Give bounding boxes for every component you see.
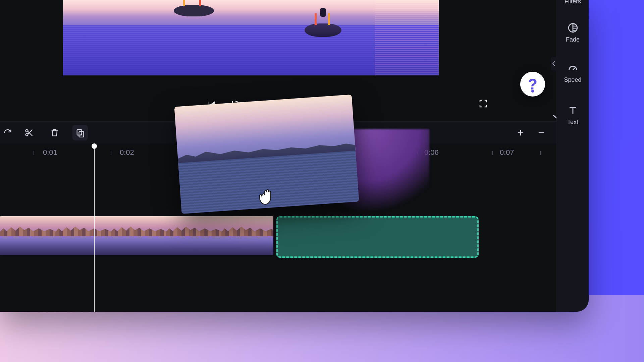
duplicate-icon xyxy=(75,128,85,137)
preview-scene-boat xyxy=(305,23,341,37)
scissors-icon xyxy=(24,128,34,137)
clip-thumbnail xyxy=(55,216,111,255)
video-track[interactable] xyxy=(0,216,589,255)
ruler-tick xyxy=(492,151,493,155)
redo-button[interactable] xyxy=(0,125,15,140)
chevron-left-icon xyxy=(552,61,556,67)
fade-icon xyxy=(567,22,579,34)
help-dot-icon xyxy=(531,90,534,93)
duplicate-clip-button[interactable] xyxy=(72,125,88,140)
clip-thumbnail xyxy=(111,216,166,255)
video-editor-card: 5 5 ? xyxy=(0,0,589,312)
ruler-mark: 0:01 xyxy=(43,148,57,157)
ruler-tick xyxy=(417,151,418,155)
clip-thumbnail xyxy=(0,216,55,255)
preview-scene-boat xyxy=(174,5,214,16)
delete-clip-button[interactable] xyxy=(47,125,62,140)
playhead[interactable] xyxy=(94,143,95,312)
ruler-tick xyxy=(34,151,34,155)
rail-label: Speed xyxy=(564,76,581,83)
clip-thumbnail xyxy=(166,216,221,255)
preview-monitor[interactable] xyxy=(63,0,439,75)
fullscreen-button[interactable] xyxy=(478,99,490,110)
expand-rail-button[interactable] xyxy=(551,57,557,70)
clip-drop-target[interactable] xyxy=(276,216,479,258)
video-clip[interactable] xyxy=(0,216,273,255)
ruler-mark: 0:06 xyxy=(424,148,439,157)
ruler-mark: 0:07 xyxy=(500,148,514,157)
redo-icon xyxy=(3,128,12,137)
text-icon xyxy=(567,105,579,116)
rail-item-filters[interactable]: Filters xyxy=(557,0,589,5)
clip-thumbnail xyxy=(221,216,273,255)
ruler-mark: 0:02 xyxy=(120,148,134,157)
grab-cursor-icon xyxy=(256,184,280,208)
trash-icon xyxy=(50,128,59,137)
split-clip-button[interactable] xyxy=(21,125,37,140)
preview-scene-reflections xyxy=(375,0,439,75)
rail-label: Text xyxy=(567,119,578,125)
rail-label: Filters xyxy=(565,0,581,5)
minus-icon xyxy=(537,128,546,137)
help-button[interactable]: ? xyxy=(520,72,545,97)
properties-rail: Filters Fade Speed Text xyxy=(556,0,589,312)
rail-item-fade[interactable]: Fade xyxy=(557,22,589,43)
plus-icon xyxy=(516,128,525,137)
speed-icon xyxy=(567,62,579,74)
ruler-tick xyxy=(111,151,111,155)
zoom-in-button[interactable] xyxy=(513,125,528,140)
rail-label: Fade xyxy=(566,36,580,43)
ruler-mark: 0:05 xyxy=(354,148,368,157)
zoom-out-button[interactable] xyxy=(534,125,549,140)
rail-item-text[interactable]: Text xyxy=(557,105,589,126)
fullscreen-icon xyxy=(478,99,488,109)
ruler-tick xyxy=(540,151,541,155)
rail-item-speed[interactable]: Speed xyxy=(557,62,589,83)
